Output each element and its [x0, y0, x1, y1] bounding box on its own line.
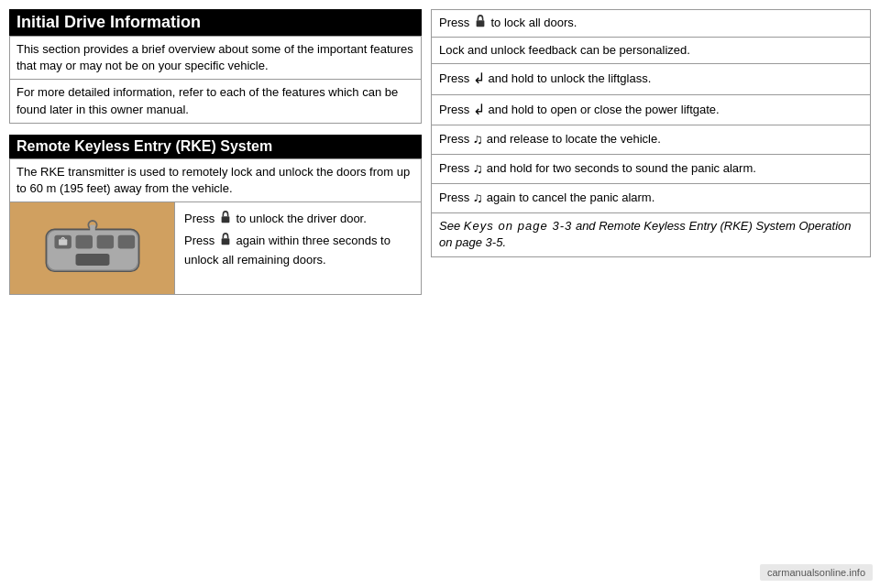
page-container: Initial Drive Information This section p…: [0, 0, 880, 322]
horn-panic-icon: ♫: [473, 159, 483, 179]
key-line-1: Press to unlock the driver door.: [184, 210, 412, 228]
cancel-press: Press: [439, 191, 473, 204]
arrow-unlock-icon: ↲: [473, 69, 485, 89]
svg-rect-4: [96, 235, 113, 249]
info-row-personalize: Lock and unlock feedback can be personal…: [431, 38, 871, 64]
locate-press: Press: [439, 132, 473, 146]
info-row-cancel-panic: Press ♫ again to cancel the panic alarm.: [431, 184, 871, 213]
liftgate-text: and hold to open or close the power lift…: [488, 102, 719, 115]
info-row-liftglass: Press ↲ and hold to unlock the liftglass…: [431, 64, 871, 94]
rke-section: Remote Keyless Entry (RKE) System The RK…: [9, 135, 422, 295]
horn-locate-icon: ♫: [473, 130, 483, 149]
right-column: Press to lock all doors. Lock and unlock…: [431, 9, 871, 295]
svg-rect-12: [476, 20, 484, 27]
personalize-text: Lock and unlock feedback can be personal…: [439, 43, 690, 57]
info-row-lock-all: Press to lock all doors.: [431, 9, 871, 38]
liftglass-text: and hold to unlock the liftglass.: [488, 71, 651, 85]
key-text-1b: to unlock the driver door.: [236, 212, 366, 225]
see-keys-text: See Keys on page 3‑3 and Remote Keyless …: [439, 219, 851, 249]
svg-rect-11: [221, 238, 229, 245]
left-column: Initial Drive Information This section p…: [9, 9, 422, 295]
intro-block-1: This section provides a brief overview a…: [9, 36, 422, 80]
rke-description: The RKE transmitter is used to remotely …: [9, 158, 422, 202]
info-row-locate: Press ♫ and release to locate the vehicl…: [431, 125, 871, 155]
lock-icon-inline: [220, 211, 231, 229]
svg-rect-9: [90, 225, 95, 231]
key-fob-svg: [38, 216, 148, 280]
svg-rect-6: [75, 254, 109, 266]
key-press-2: Press: [184, 234, 214, 247]
lock-all-text: to lock all doors.: [490, 16, 577, 29]
key-text-2b: again within three seconds to unlock all…: [184, 234, 390, 266]
intro-block-2: For more detailed information, refer to …: [9, 80, 422, 123]
svg-rect-5: [117, 235, 134, 249]
key-fob-image: [10, 202, 175, 294]
info-row-liftgate: Press ↲ and hold to open or close the po…: [431, 95, 871, 125]
liftglass-press: Press: [439, 71, 473, 85]
initial-drive-title: Initial Drive Information: [9, 9, 422, 36]
panic-press: Press: [439, 161, 473, 175]
info-row-panic: Press ♫ and hold for two seconds to soun…: [431, 155, 871, 184]
panic-text: and hold for two seconds to sound the pa…: [487, 161, 756, 175]
key-image-row: Press to unlock the driver door. Press: [9, 202, 422, 295]
rke-title: Remote Keyless Entry (RKE) System: [9, 135, 422, 158]
lock-icon-inline-2: [220, 233, 231, 251]
svg-rect-10: [221, 216, 229, 223]
lock-all-press: Press: [439, 16, 473, 29]
key-line-2: Press again within three seconds to unlo…: [184, 232, 412, 268]
info-row-see-keys: See Keys on page 3‑3 and Remote Keyless …: [431, 213, 871, 256]
cancel-text: again to cancel the panic alarm.: [487, 191, 655, 204]
liftgate-press: Press: [439, 102, 473, 115]
svg-rect-3: [75, 235, 92, 249]
arrow-open-icon: ↲: [473, 100, 485, 120]
horn-cancel-icon: ♫: [473, 189, 483, 208]
key-press-1: Press: [184, 212, 214, 225]
locate-text: and release to locate the vehicle.: [487, 132, 661, 146]
svg-rect-7: [59, 239, 67, 245]
lock-all-icon: [475, 15, 486, 32]
watermark: carmanualsonline.info: [760, 564, 873, 581]
key-instructions: Press to unlock the driver door. Press: [175, 202, 421, 294]
